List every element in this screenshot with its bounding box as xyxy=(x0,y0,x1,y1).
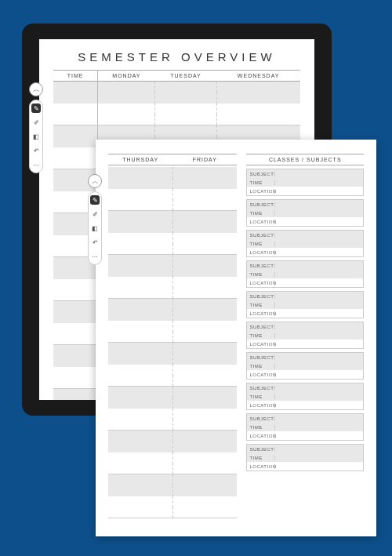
class-card-row: LOCATION xyxy=(247,217,363,226)
table-row xyxy=(108,167,237,178)
highlighter-tool-icon[interactable]: ✐ xyxy=(31,118,41,127)
classes-title: CLASSES / SUBJECTS xyxy=(246,154,364,165)
class-time-label: TIME xyxy=(247,364,275,369)
class-card[interactable]: SUBJECTTIMELOCATION xyxy=(246,383,364,410)
page-title: SEMESTER OVERVIEW xyxy=(53,50,300,64)
class-time-label: TIME xyxy=(247,180,275,185)
class-subject-label: SUBJECT xyxy=(247,233,275,238)
class-card-row: SUBJECT xyxy=(247,383,363,392)
chevron-up-icon: ︿ xyxy=(92,176,99,187)
class-card-row: LOCATION xyxy=(247,370,363,379)
class-card-row: LOCATION xyxy=(247,340,363,348)
table-row xyxy=(108,343,237,354)
table-row xyxy=(108,288,237,299)
class-time-label: TIME xyxy=(247,425,275,430)
class-card-row: TIME xyxy=(247,178,363,187)
table-header-row: TIME MONDAY TUESDAY WEDNESDAY xyxy=(53,71,300,82)
table-row xyxy=(108,442,237,452)
schedule-body[interactable] xyxy=(108,167,237,518)
class-time-label: TIME xyxy=(247,272,275,277)
class-location-label: LOCATION xyxy=(247,342,275,347)
class-card-row: SUBJECT xyxy=(247,292,363,300)
table-row xyxy=(108,387,237,398)
annotation-toolbar: ︿ ✎ ✐ ◧ ↶ ⋯ xyxy=(29,82,45,173)
class-card-row: SUBJECT xyxy=(247,353,363,362)
table-row xyxy=(108,200,237,211)
class-card-row: SUBJECT xyxy=(247,169,363,178)
table-row xyxy=(108,178,237,189)
class-card[interactable]: SUBJECTTIMELOCATION xyxy=(246,413,364,441)
class-time-label: TIME xyxy=(247,211,275,216)
table-row xyxy=(108,310,237,321)
table-row xyxy=(108,321,237,332)
class-subject-label: SUBJECT xyxy=(247,294,275,299)
class-card-row: LOCATION xyxy=(247,187,363,195)
table-row xyxy=(108,277,237,288)
table-row xyxy=(108,376,237,387)
col-thursday: THURSDAY xyxy=(108,154,172,165)
class-card-row: SUBJECT xyxy=(247,445,363,453)
table-row xyxy=(108,255,237,266)
highlighter-tool-icon[interactable]: ✐ xyxy=(90,209,100,219)
class-subject-label: SUBJECT xyxy=(247,447,275,452)
class-card-row: TIME xyxy=(247,300,363,309)
undo-tool-icon[interactable]: ↶ xyxy=(90,238,100,247)
toolbar-strip: ✎ ✐ ◧ ↶ ⋯ xyxy=(29,100,43,173)
table-row xyxy=(53,125,300,136)
class-card-row: TIME xyxy=(247,270,363,278)
class-card-row: SUBJECT xyxy=(247,414,363,423)
class-card[interactable]: SUBJECTTIMELOCATION xyxy=(246,291,364,318)
class-card[interactable]: SUBJECTTIMELOCATION xyxy=(246,230,364,257)
table-row xyxy=(108,189,237,200)
table-row xyxy=(53,104,300,114)
class-subject-label: SUBJECT xyxy=(247,325,275,329)
eraser-tool-icon[interactable]: ◧ xyxy=(31,132,41,141)
class-card-row: TIME xyxy=(247,392,363,401)
annotation-toolbar: ︿ ✎ ✐ ◧ ↶ ⋯ xyxy=(88,174,103,265)
table-row xyxy=(108,222,237,233)
class-card[interactable]: SUBJECTTIMELOCATION xyxy=(246,352,364,380)
class-card[interactable]: SUBJECTTIMELOCATION xyxy=(246,260,364,288)
more-tool-icon[interactable]: ⋯ xyxy=(90,252,100,261)
class-card[interactable]: SUBJECTTIMELOCATION xyxy=(246,444,364,471)
table-row xyxy=(108,299,237,310)
undo-tool-icon[interactable]: ↶ xyxy=(31,146,41,155)
table-row xyxy=(108,420,237,431)
table-row xyxy=(53,93,300,104)
pen-tool-icon[interactable]: ✎ xyxy=(90,195,100,205)
table-row xyxy=(108,244,237,255)
class-card[interactable]: SUBJECTTIMELOCATION xyxy=(246,322,364,349)
collapse-button[interactable]: ︿ xyxy=(88,174,102,188)
class-time-label: TIME xyxy=(247,394,275,399)
col-friday: FRIDAY xyxy=(172,154,237,165)
pen-tool-icon[interactable]: ✎ xyxy=(31,104,41,113)
class-subject-label: SUBJECT xyxy=(247,172,275,176)
class-card-row: SUBJECT xyxy=(247,322,363,331)
table-row xyxy=(108,474,237,485)
class-subject-label: SUBJECT xyxy=(247,386,275,391)
class-card-row: LOCATION xyxy=(247,401,363,409)
eraser-tool-icon[interactable]: ◧ xyxy=(90,223,100,233)
table-row xyxy=(108,431,237,442)
table-row xyxy=(108,266,237,277)
table-row xyxy=(108,354,237,365)
class-card[interactable]: SUBJECTTIMELOCATION xyxy=(246,169,364,196)
class-card-row: LOCATION xyxy=(247,462,363,471)
collapse-button[interactable]: ︿ xyxy=(29,82,43,96)
class-card-row: SUBJECT xyxy=(247,261,363,270)
class-location-label: LOCATION xyxy=(247,281,275,285)
class-location-label: LOCATION xyxy=(247,220,275,224)
class-card-row: LOCATION xyxy=(247,248,363,256)
class-card-row: TIME xyxy=(247,423,363,431)
class-card-row: LOCATION xyxy=(247,431,363,440)
class-card-row: SUBJECT xyxy=(247,231,363,239)
table-row xyxy=(108,211,237,222)
more-tool-icon[interactable]: ⋯ xyxy=(31,160,41,169)
class-card-row: TIME xyxy=(247,331,363,340)
table-row xyxy=(108,452,237,463)
class-card[interactable]: SUBJECTTIMELOCATION xyxy=(246,199,364,227)
class-card-row: LOCATION xyxy=(247,278,363,287)
table-row xyxy=(108,233,237,244)
class-location-label: LOCATION xyxy=(247,403,275,408)
class-card-row: TIME xyxy=(247,453,363,462)
